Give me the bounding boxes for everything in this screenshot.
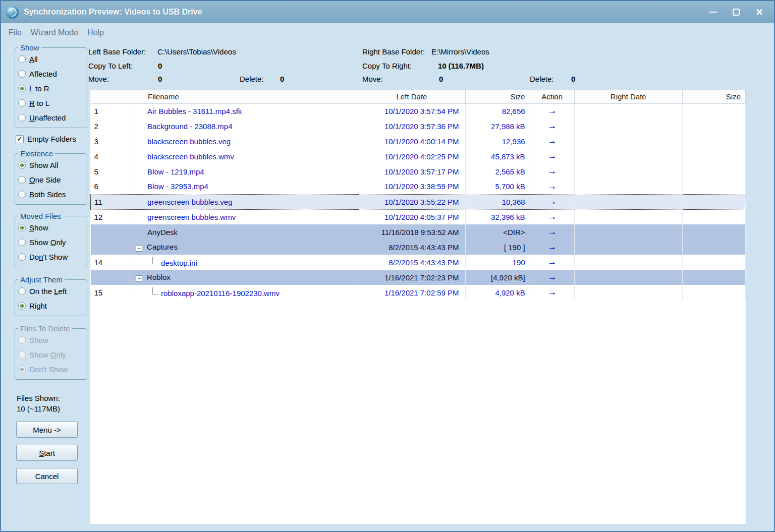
radio-affected[interactable]: Affected [18,67,84,81]
radio-button-icon[interactable] [18,224,26,231]
right-size-cell[interactable] [682,224,745,240]
left-date-cell[interactable]: 10/1/2020 3:57:54 PM [358,103,465,119]
radio-show-only[interactable]: Show Only [18,235,84,250]
right-size-cell[interactable] [682,270,745,285]
minimize-button[interactable] [707,7,718,18]
filename-cell[interactable]: −Roblox [131,270,358,285]
radio-button-icon[interactable] [18,114,26,122]
left-date-cell[interactable]: 10/1/2020 4:00:14 PM [358,134,465,149]
menu-file[interactable]: File [4,26,26,39]
action-cell[interactable]: → [530,149,574,164]
menu-wizard-mode[interactable]: Wizard Mode [26,26,83,39]
column-header-filename[interactable]: Filename [131,90,358,103]
file-row[interactable]: 12greenscreen bubbles.wmv10/1/2020 4:05:… [91,209,746,224]
row-number-cell[interactable]: 12 [91,209,131,224]
right-date-cell[interactable] [574,103,682,119]
column-header-action[interactable]: Action [530,90,574,103]
action-cell[interactable]: → [530,164,574,179]
left-size-cell[interactable]: <DIR> [465,224,530,240]
folder-row[interactable]: −Captures8/2/2015 4:43:43 PM[ 190 ]→ [91,240,746,255]
filename-cell[interactable]: Background - 23088.mp4 [131,119,358,134]
row-number-cell[interactable]: 11 [91,194,131,209]
right-size-cell[interactable] [682,134,745,149]
left-size-cell[interactable]: 5,700 kB [465,179,530,194]
file-row[interactable]: 11greenscreen bubbles.veg10/1/2020 3:55:… [91,194,746,209]
radio-show[interactable]: Show [18,220,84,235]
radio-right[interactable]: Right [18,299,84,313]
action-cell[interactable]: → [530,194,574,209]
left-date-cell[interactable]: 1/16/2021 7:02:59 PM [358,285,465,300]
row-number-cell[interactable]: 6 [91,179,131,194]
left-date-cell[interactable]: 8/2/2015 4:43:43 PM [358,240,465,255]
row-number-cell[interactable]: 5 [91,164,131,179]
right-date-cell[interactable] [574,194,682,209]
left-size-cell[interactable]: [ 190 ] [465,240,530,255]
left-date-cell[interactable]: 8/2/2015 4:43:43 PM [358,255,465,270]
filename-cell[interactable]: greenscreen bubbles.veg [131,194,358,209]
file-row[interactable]: 1Air Bubbles - 31611.mp4.sfk10/1/2020 3:… [91,103,746,119]
left-date-cell[interactable]: 10/1/2020 4:02:25 PM [358,149,465,164]
radio-button-icon[interactable] [18,70,26,78]
right-size-cell[interactable] [682,149,745,164]
radio-all[interactable]: All [18,52,84,67]
radio-r-to-l[interactable]: R to L [18,96,84,110]
cancel-button[interactable]: Cancel [16,468,78,484]
left-size-cell[interactable]: 82,656 [465,103,530,119]
filename-cell[interactable]: Air Bubbles - 31611.mp4.sfk [131,103,358,119]
column-header-left-date[interactable]: Left Date [358,90,465,103]
radio-don-t-show[interactable]: Don't Show [18,250,84,264]
left-date-cell[interactable]: 11/16/2018 9:53:52 AM [358,224,465,240]
radio-button-icon[interactable] [18,239,26,246]
action-cell[interactable]: → [530,119,574,134]
action-cell[interactable]: → [530,179,574,194]
start-button[interactable]: Start [16,445,78,461]
left-size-cell[interactable]: 4,920 kB [465,285,530,300]
filename-cell[interactable]: desktop.ini [131,255,358,270]
collapse-icon[interactable]: − [136,245,142,252]
left-date-cell[interactable]: 10/1/2020 4:05:37 PM [358,209,465,224]
empty-folders-checkbox[interactable]: ✓ Empty Folders [16,135,87,143]
row-number-cell[interactable]: 15 [91,285,131,300]
filename-cell[interactable]: blackscreen bubbles.wmv [131,149,358,164]
right-size-cell[interactable] [682,179,745,194]
radio-one-side[interactable]: One Side [18,172,84,187]
action-cell[interactable]: → [530,255,574,270]
action-cell[interactable]: → [530,134,574,149]
action-cell[interactable]: → [530,209,574,224]
row-number-cell[interactable]: 2 [91,119,131,134]
left-date-cell[interactable]: 10/1/2020 3:57:36 PM [358,119,465,134]
left-size-cell[interactable]: 32,396 kB [465,209,530,224]
radio-button-icon[interactable] [18,253,26,261]
radio-button-icon[interactable] [18,302,26,310]
file-row[interactable]: 15robloxapp-20210116-1902230.wmv1/16/202… [91,285,746,300]
row-number-cell[interactable] [91,224,131,240]
right-date-cell[interactable] [574,164,682,179]
row-number-cell[interactable]: 3 [91,134,131,149]
folder-row[interactable]: AnyDesk11/16/2018 9:53:52 AM<DIR>→ [91,224,746,240]
maximize-button[interactable] [731,7,742,18]
file-row[interactable]: 14desktop.ini8/2/2015 4:43:43 PM190→ [91,255,746,270]
file-row[interactable]: 2Background - 23088.mp410/1/2020 3:57:36… [91,119,746,134]
right-date-cell[interactable] [574,270,682,285]
column-header-left-size[interactable]: Size [465,90,530,103]
right-date-cell[interactable] [574,134,682,149]
left-size-cell[interactable]: 190 [465,255,530,270]
left-size-cell[interactable]: 27,988 kB [465,119,530,134]
radio-unaffected[interactable]: Unaffected [18,110,84,125]
filename-cell[interactable]: Blow - 32953.mp4 [131,179,358,194]
right-date-cell[interactable] [574,285,682,300]
radio-show-all[interactable]: Show All [18,158,84,172]
collapse-icon[interactable]: − [136,275,142,282]
filename-cell[interactable]: Blow - 1219.mp4 [131,164,358,179]
column-header-right-size[interactable]: Size [682,90,745,103]
right-date-cell[interactable] [574,179,682,194]
left-size-cell[interactable]: 2,565 kB [465,164,530,179]
right-date-cell[interactable] [574,240,682,255]
row-number-cell[interactable]: 1 [91,103,131,119]
radio-button-icon[interactable] [18,85,26,92]
radio-button-icon[interactable] [18,161,26,169]
left-size-cell[interactable]: 10,368 [465,194,530,209]
filename-cell[interactable]: −Captures [131,240,358,255]
right-size-cell[interactable] [682,103,745,119]
radio-both-sides[interactable]: Both Sides [18,187,84,202]
